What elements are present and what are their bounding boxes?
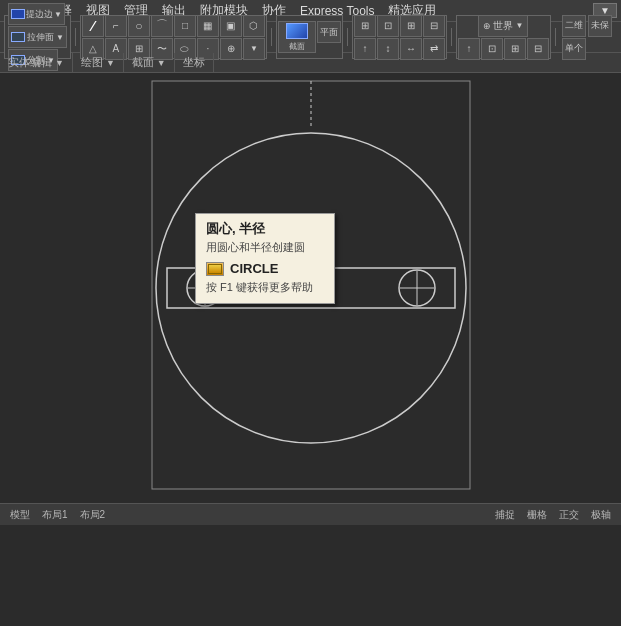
view-btn7[interactable]: ↔ bbox=[400, 38, 422, 60]
tooltip-title: 圆心, 半径 bbox=[206, 220, 324, 238]
arc-btn[interactable]: ⌒ bbox=[151, 15, 173, 37]
status-grid[interactable]: 栅格 bbox=[523, 508, 551, 522]
toolbar-area: 提边边▼ 拉伸面▼ 分割▼ bbox=[0, 22, 621, 53]
insert-btn[interactable]: ⊕ bbox=[220, 38, 242, 60]
coord-btn1[interactable]: ↑ bbox=[458, 38, 480, 60]
coord-btn4[interactable]: ⊟ bbox=[527, 38, 549, 60]
view-btn3[interactable]: ⊞ bbox=[400, 15, 422, 37]
toolbar-row1: 提边边▼ 拉伸面▼ 分割▼ bbox=[4, 24, 617, 50]
flat-section-btn[interactable]: 平面 bbox=[317, 21, 341, 43]
status-model[interactable]: 模型 bbox=[6, 508, 34, 522]
single-btn[interactable]: 单个 bbox=[562, 38, 586, 60]
extract-edges-btn[interactable]: 提边边▼ bbox=[8, 3, 65, 25]
status-layout1[interactable]: 布局1 bbox=[38, 508, 72, 522]
more-btn[interactable]: ▼ bbox=[243, 38, 265, 60]
section-plane-btn[interactable]: 截面 bbox=[278, 21, 316, 53]
coord-btn3[interactable]: ⊞ bbox=[504, 38, 526, 60]
boundary-btn[interactable]: ⬡ bbox=[243, 15, 265, 37]
workspace: + 圆心, 半径 用圆心和半径创建圆 bbox=[0, 73, 621, 503]
tooltip-help-text: 按 F1 键获得更多帮助 bbox=[206, 280, 324, 295]
gradient-btn[interactable]: ▣ bbox=[220, 15, 242, 37]
status-ortho[interactable]: 正交 bbox=[555, 508, 583, 522]
coordinate-tab[interactable]: 坐标 bbox=[175, 53, 214, 72]
solid-edit-tab[interactable]: 实体编辑 ▼ bbox=[0, 53, 73, 72]
extrude-face-btn[interactable]: 拉伸面▼ bbox=[8, 26, 67, 48]
unsaved-btn[interactable]: 未保 bbox=[588, 15, 612, 37]
tooltip-command-icon bbox=[206, 262, 224, 276]
status-snap[interactable]: 捕捉 bbox=[491, 508, 519, 522]
tooltip-popup: 圆心, 半径 用圆心和半径创建圆 CIRCLE 按 F1 键获得更多帮助 bbox=[195, 213, 335, 304]
status-polar[interactable]: 极轴 bbox=[587, 508, 615, 522]
status-layout2[interactable]: 布局2 bbox=[76, 508, 110, 522]
view-btn8[interactable]: ⇄ bbox=[423, 38, 445, 60]
world-dropdown[interactable]: ⊕ 世界 ▼ bbox=[478, 15, 528, 37]
rect-btn[interactable]: □ bbox=[174, 15, 196, 37]
section-tab[interactable]: 截面 ▼ bbox=[124, 53, 175, 72]
polyline-btn[interactable]: ⌐ bbox=[105, 15, 127, 37]
tooltip-command-row: CIRCLE bbox=[206, 261, 324, 276]
view-btn2[interactable]: ⊡ bbox=[377, 15, 399, 37]
line-btn[interactable]: ∕ bbox=[82, 15, 104, 37]
2d-view-btn[interactable]: 二维 bbox=[562, 15, 586, 37]
view-btn6[interactable]: ↕ bbox=[377, 38, 399, 60]
view-btn5[interactable]: ↑ bbox=[354, 38, 376, 60]
hatch-btn[interactable]: ▦ bbox=[197, 15, 219, 37]
draw-tab[interactable]: 绘图 ▼ bbox=[73, 53, 124, 72]
coord-btn2[interactable]: ⊡ bbox=[481, 38, 503, 60]
view-btn4[interactable]: ⊟ bbox=[423, 15, 445, 37]
tooltip-description: 用圆心和半径创建圆 bbox=[206, 240, 324, 255]
bottom-bar: 模型 布局1 布局2 捕捉 栅格 正交 极轴 bbox=[0, 503, 621, 525]
view-btn1[interactable]: ⊞ bbox=[354, 15, 376, 37]
circle-btn[interactable]: ○ bbox=[128, 15, 150, 37]
tooltip-command-text: CIRCLE bbox=[230, 261, 278, 276]
